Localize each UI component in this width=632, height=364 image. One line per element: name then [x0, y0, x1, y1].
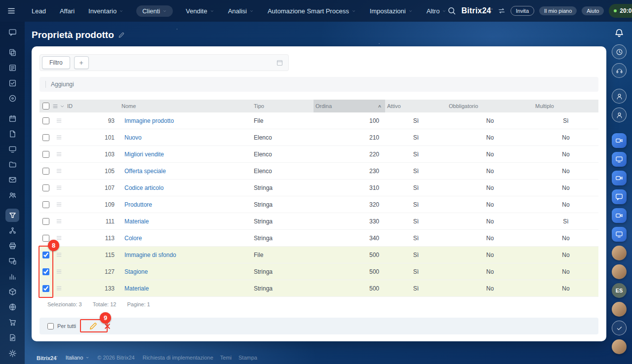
sidebar-item-docs[interactable]	[5, 127, 19, 141]
col-multiplo[interactable]: Multiplo	[533, 103, 598, 109]
menu-item-impostazioni[interactable]: Impostazioni	[369, 5, 414, 17]
select-all-checkbox[interactable]	[42, 103, 49, 109]
row-name-link[interactable]: Colore	[124, 235, 142, 242]
menu-item-vendite[interactable]: Vendite	[185, 5, 215, 17]
footer-brand[interactable]: Bitrix24◦	[37, 355, 58, 361]
drag-handle-icon[interactable]	[56, 268, 62, 275]
row-checkbox[interactable]	[42, 168, 49, 175]
sidebar-item-cart[interactable]	[5, 316, 19, 329]
row-checkbox[interactable]	[42, 268, 49, 275]
help-button[interactable]: Aiuto	[582, 6, 604, 15]
avatar[interactable]: ES	[612, 283, 627, 298]
row-name-link[interactable]: Stagione	[124, 268, 148, 275]
person-panel-icon[interactable]	[612, 108, 627, 122]
language-selector[interactable]: Italiano	[66, 355, 89, 361]
clock-widget[interactable]: 20:05	[609, 4, 632, 18]
check-panel-icon[interactable]	[612, 321, 627, 335]
sidebar-item-webinar[interactable]	[5, 143, 19, 156]
menu-item-inventario[interactable]: Inventario	[87, 5, 124, 17]
webinar-panel-icon[interactable]	[612, 152, 627, 167]
headset-panel-icon[interactable]	[612, 63, 627, 78]
sidebar-item-chat[interactable]	[5, 26, 19, 39]
drag-handle-icon[interactable]	[56, 168, 62, 174]
row-checkbox[interactable]	[42, 218, 49, 225]
my-plan-button[interactable]: Il mio piano	[539, 6, 577, 15]
sidebar-item-chart[interactable]	[5, 270, 19, 283]
row-name-link[interactable]: Immagine di sfondo	[124, 252, 176, 258]
add-bar[interactable]: Aggiungi	[40, 77, 598, 92]
sidebar-item-calendar[interactable]	[5, 112, 19, 125]
row-name-link[interactable]: Materiale	[124, 218, 149, 225]
bitrix-logo[interactable]: Bitrix24◦	[461, 6, 492, 15]
drag-handle-icon[interactable]	[56, 184, 62, 191]
row-checkbox[interactable]	[42, 201, 49, 208]
menu-item-lead[interactable]: Lead	[31, 5, 47, 17]
for-all-checkbox-input[interactable]	[47, 323, 54, 329]
sidebar-item-crm[interactable]	[5, 92, 19, 105]
drag-handle-icon[interactable]	[56, 151, 62, 157]
footer-link[interactable]: Temi	[220, 355, 232, 361]
footer-link[interactable]: Stampa	[238, 355, 257, 361]
drag-handle-icon[interactable]	[56, 134, 62, 141]
sidebar-item-workflow[interactable]	[5, 224, 19, 237]
col-id[interactable]: ID	[65, 103, 119, 109]
footer-link[interactable]: Richiesta di implementazione	[143, 355, 213, 361]
filter-settings-icon[interactable]	[276, 59, 283, 67]
row-checkbox[interactable]	[42, 117, 49, 124]
sidebar-item-devices[interactable]	[5, 255, 19, 268]
drag-handle-icon[interactable]	[56, 252, 62, 258]
avatar[interactable]	[612, 302, 627, 317]
sidebar-item-mail[interactable]	[5, 173, 19, 186]
chat-panel-icon[interactable]	[612, 189, 627, 204]
row-name-link[interactable]: Nuovo	[124, 134, 142, 141]
camera-panel-icon[interactable]	[612, 171, 627, 185]
menu-item-automazione-smart-process[interactable]: Automazione Smart Process	[267, 5, 357, 17]
filter-bar[interactable]: Filtro +	[40, 54, 289, 71]
sidebar-item-sign[interactable]	[5, 331, 19, 344]
avatar[interactable]	[612, 264, 627, 279]
sidebar-item-drive[interactable]	[5, 158, 19, 171]
plan-switch-icon[interactable]	[498, 7, 506, 15]
col-nome[interactable]: Nome	[119, 103, 252, 109]
webinar-panel-icon[interactable]	[612, 227, 627, 242]
sidebar-item-contacts[interactable]	[5, 188, 19, 202]
for-all-checkbox[interactable]: Per tutti	[47, 323, 76, 329]
sidebar-item-box[interactable]	[5, 285, 19, 298]
sidebar-item-marketing[interactable]	[5, 300, 19, 314]
invite-button[interactable]: Invita	[511, 6, 534, 16]
edit-title-icon[interactable]	[118, 32, 125, 38]
row-checkbox[interactable]	[42, 134, 49, 141]
notifications-bell-icon[interactable]	[612, 26, 627, 40]
header-menu-icon[interactable]	[52, 103, 65, 109]
sidebar-item-print[interactable]	[5, 239, 19, 253]
sidebar-item-settings[interactable]	[5, 347, 19, 360]
row-name-link[interactable]: Materiale	[124, 285, 149, 292]
clock-panel-icon[interactable]	[612, 44, 627, 59]
menu-item-affari[interactable]: Affari	[59, 5, 76, 17]
row-checkbox[interactable]	[42, 285, 49, 292]
avatar[interactable]	[612, 339, 627, 354]
sidebar-item-copy[interactable]	[5, 46, 19, 59]
col-obbligatorio[interactable]: Obbligatorio	[447, 103, 533, 109]
drag-handle-icon[interactable]	[56, 201, 62, 208]
col-tipo[interactable]: Tipo	[252, 103, 314, 109]
row-name-link[interactable]: Codice articolo	[124, 184, 163, 191]
avatar[interactable]	[612, 246, 627, 260]
row-name-link[interactable]: Immagine prodotto	[124, 117, 174, 124]
row-checkbox[interactable]	[42, 235, 49, 242]
drag-handle-icon[interactable]	[56, 285, 62, 291]
search-icon[interactable]	[447, 6, 456, 15]
row-name-link[interactable]: Migliori vendite	[124, 151, 164, 158]
sidebar-item-feed[interactable]	[5, 61, 19, 74]
bulk-edit-button[interactable]	[89, 322, 98, 330]
sidebar-item-funnel[interactable]	[5, 209, 19, 222]
row-checkbox[interactable]	[42, 184, 49, 191]
main-menu-toggle[interactable]	[7, 4, 16, 17]
menu-item-clienti[interactable]: Clienti	[136, 5, 173, 17]
drag-handle-icon[interactable]	[56, 117, 62, 124]
sidebar-item-tasks[interactable]	[5, 76, 19, 90]
filter-button[interactable]: Filtro	[42, 56, 70, 69]
add-filter-button[interactable]: +	[74, 56, 89, 69]
drag-handle-icon[interactable]	[56, 218, 62, 224]
menu-item-altro[interactable]: Altro	[426, 5, 448, 17]
